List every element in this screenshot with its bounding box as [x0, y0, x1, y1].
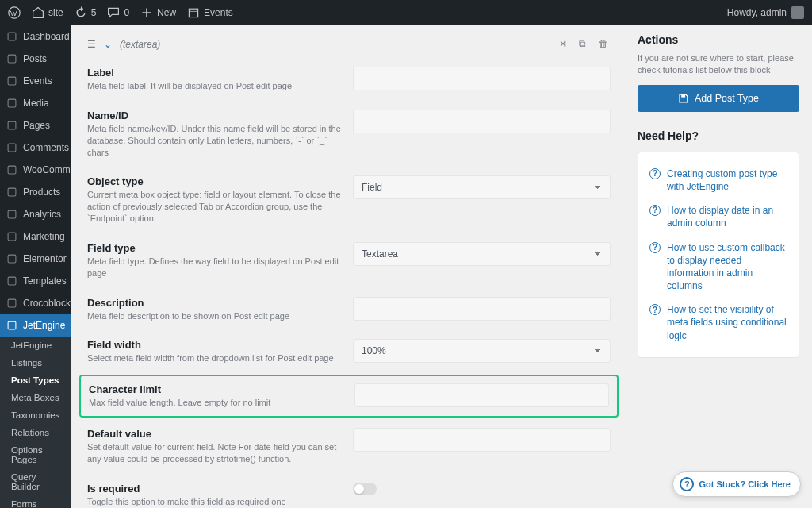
help-link-0[interactable]: ?Creating custom post type with JetEngin…	[649, 162, 787, 198]
collapse-arrow-icon[interactable]: ⌄	[104, 39, 112, 50]
actions-title: Actions	[638, 33, 799, 46]
description-desc: Meta field description to be shown on Po…	[87, 310, 341, 322]
sidebar-sub-forms[interactable]: Forms	[0, 495, 71, 508]
sidebar-item-products[interactable]: Products	[0, 181, 71, 203]
help-link-1[interactable]: ?How to display date in an admin column	[649, 198, 787, 235]
sidebar-item-pages[interactable]: Pages	[0, 114, 71, 137]
svg-rect-12	[8, 255, 16, 263]
sidebar-sub-post-types[interactable]: Post Types	[0, 371, 71, 389]
svg-rect-3	[8, 55, 16, 63]
width-select[interactable]: 100%	[353, 339, 611, 363]
save-icon	[678, 93, 689, 104]
help-link-3[interactable]: ?How to set the visibility of meta field…	[649, 298, 787, 348]
fieldtype-desc: Meta field type. Defines the way field t…	[87, 256, 341, 279]
delete-icon[interactable]: 🗑	[599, 38, 611, 50]
question-icon: ?	[649, 242, 661, 253]
sidebar-item-posts[interactable]: Posts	[0, 48, 71, 70]
sidebar-item-dashboard[interactable]: Dashboard	[0, 25, 71, 48]
default-label: Default value	[87, 428, 341, 440]
fieldtype-label: Field type	[87, 242, 341, 254]
svg-rect-10	[8, 210, 16, 218]
svg-rect-21	[681, 94, 685, 98]
charlimit-desc: Max field value length. Leave empty for …	[89, 397, 343, 409]
copy-icon[interactable]: ⧉	[579, 38, 591, 50]
label-desc: Meta field label. It will be displayed o…	[87, 80, 341, 92]
objtype-label: Object type	[87, 175, 341, 187]
svg-rect-1	[189, 9, 197, 17]
comments-link[interactable]: 0	[107, 6, 129, 19]
nameid-desc: Meta field name/key/ID. Under this name …	[87, 123, 341, 159]
account-menu[interactable]: Howdy, admin	[727, 6, 804, 19]
updates-link[interactable]: 5	[75, 6, 97, 19]
sidebar-sub-relations[interactable]: Relations	[0, 424, 71, 441]
question-icon: ?	[649, 168, 661, 179]
help-link-2[interactable]: ?How to use custom callback to display n…	[649, 236, 787, 298]
charlimit-label: Character limit	[89, 383, 343, 395]
sidebar-item-analytics[interactable]: Analytics	[0, 203, 71, 225]
required-label: Is required	[87, 483, 341, 495]
svg-rect-4	[8, 77, 16, 85]
sidebar-sub-query-builder[interactable]: Query Builder	[0, 468, 71, 495]
required-toggle[interactable]	[353, 483, 377, 495]
objtype-select[interactable]: Field	[353, 175, 611, 199]
sidebar-item-media[interactable]: Media	[0, 92, 71, 114]
label-label: Label	[87, 67, 341, 79]
site-link[interactable]: site	[32, 6, 63, 19]
svg-rect-13	[8, 277, 16, 285]
got-stuck-button[interactable]: ? Got Stuck? Click Here	[672, 471, 801, 497]
field-type-title: (textarea)	[120, 39, 160, 50]
label-input[interactable]	[353, 67, 611, 90]
svg-rect-6	[8, 121, 16, 129]
sidebar-sub-jetengine[interactable]: JetEngine	[0, 337, 71, 354]
question-icon: ?	[649, 205, 661, 216]
description-label: Description	[87, 297, 341, 309]
svg-point-0	[9, 7, 20, 18]
fieldtype-select[interactable]: Textarea	[353, 242, 611, 266]
question-icon: ?	[680, 477, 694, 491]
sidebar-item-events[interactable]: Events	[0, 70, 71, 92]
new-link[interactable]: New	[140, 6, 176, 19]
sidebar-item-marketing[interactable]: Marketing	[0, 225, 71, 248]
svg-rect-14	[8, 299, 16, 307]
nameid-input[interactable]	[353, 110, 611, 133]
sidebar-sub-taxonomies[interactable]: Taxonomies	[0, 406, 71, 424]
objtype-desc: Current meta box object type: field or l…	[87, 189, 341, 225]
charlimit-input[interactable]	[354, 383, 609, 407]
sidebar-sub-options-pages[interactable]: Options Pages	[0, 441, 71, 468]
sidebar-item-templates[interactable]: Templates	[0, 270, 71, 292]
admin-sidebar: DashboardPostsEventsMediaPagesCommentsWo…	[0, 25, 71, 508]
events-link[interactable]: Events	[187, 6, 233, 19]
svg-rect-5	[8, 99, 16, 107]
sidebar-item-crocoblock[interactable]: Crocoblock	[0, 292, 71, 314]
drag-handle-icon[interactable]: ☰	[87, 39, 96, 50]
avatar	[791, 6, 804, 19]
svg-rect-2	[8, 33, 16, 40]
add-post-type-button[interactable]: Add Post Type	[638, 85, 799, 112]
sidebar-sub-listings[interactable]: Listings	[0, 354, 71, 371]
svg-rect-7	[8, 144, 16, 152]
question-icon: ?	[649, 304, 661, 315]
sidebar-item-woocommerce[interactable]: WooCommerce	[0, 159, 71, 181]
required-desc: Toggle this option to make this field as…	[87, 496, 341, 508]
svg-rect-15	[8, 321, 16, 329]
default-desc: Set default value for current field. Not…	[87, 441, 341, 465]
svg-rect-8	[8, 166, 16, 174]
sidebar-item-elementor[interactable]: Elementor	[0, 248, 71, 270]
help-title: Need Help?	[638, 129, 799, 142]
description-input[interactable]	[353, 297, 611, 321]
nameid-label: Name/ID	[87, 110, 341, 121]
svg-rect-9	[8, 188, 16, 196]
actions-desc: If you are not sure where to start, plea…	[638, 52, 799, 77]
shuffle-icon[interactable]: ⤨	[559, 38, 571, 50]
svg-rect-11	[8, 233, 16, 241]
width-label: Field width	[87, 339, 341, 351]
sidebar-item-comments[interactable]: Comments	[0, 137, 71, 159]
default-input[interactable]	[353, 428, 611, 452]
sidebar-sub-meta-boxes[interactable]: Meta Boxes	[0, 389, 71, 406]
width-desc: Select meta field width from the dropdow…	[87, 352, 341, 364]
sidebar-item-jetengine[interactable]: JetEngine	[0, 314, 71, 337]
wp-logo[interactable]	[8, 6, 21, 19]
